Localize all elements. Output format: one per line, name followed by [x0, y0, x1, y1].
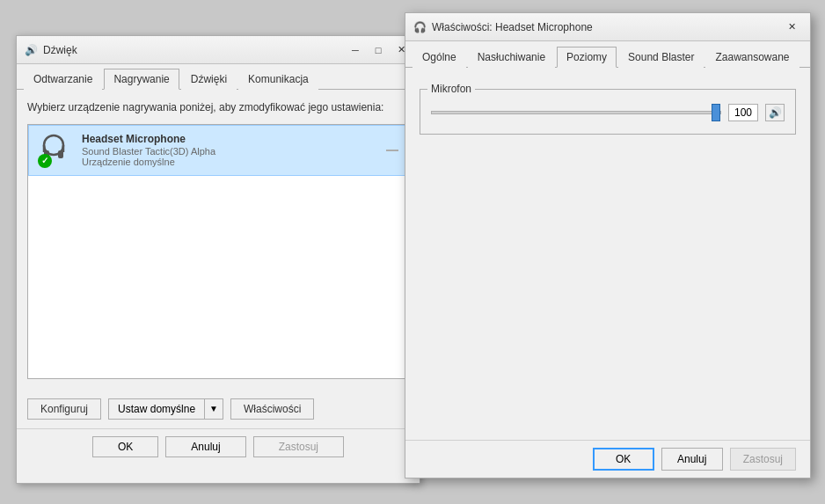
- properties-ok-cancel-row: OK Anuluj Zastosuj: [405, 440, 810, 478]
- sound-ok-button[interactable]: OK: [92, 436, 158, 457]
- properties-ok-button[interactable]: OK: [593, 448, 654, 471]
- device-status: Urządzenie domyślne: [82, 157, 377, 167]
- sound-maximize-button[interactable]: □: [367, 41, 390, 59]
- tab-ogolne[interactable]: Ogólne: [412, 47, 466, 68]
- sound-ok-cancel-row: OK Anuluj Zastosuj: [17, 428, 420, 464]
- mikrofon-label: Mikrofon: [427, 83, 475, 95]
- tab-odtwarzanie[interactable]: Odtwarzanie: [24, 69, 102, 90]
- set-default-button[interactable]: Ustaw domyślne: [108, 398, 204, 420]
- device-name: Headset Microphone: [82, 133, 377, 145]
- speaker-icon: 🔊: [769, 106, 782, 119]
- tab-nagrywanie[interactable]: Nagrywanie: [104, 69, 179, 90]
- properties-window-icon: 🎧: [412, 20, 427, 34]
- tab-nasluchiwanie[interactable]: Nasłuchiwanie: [468, 47, 555, 68]
- properties-window: 🎧 Właściwości: Headset Microphone ✕ Ogól…: [405, 12, 811, 478]
- properties-titlebar: 🎧 Właściwości: Headset Microphone ✕: [405, 13, 810, 41]
- properties-apply-button: Zastosuj: [730, 448, 796, 471]
- sound-window-icon: 🔊: [24, 43, 38, 57]
- properties-cancel-button[interactable]: Anuluj: [661, 448, 723, 471]
- device-list: ✓ Headset Microphone Sound Blaster Tacti…: [27, 124, 409, 379]
- sound-cancel-button[interactable]: Anuluj: [165, 436, 245, 457]
- device-icon-container: ✓: [38, 133, 73, 168]
- device-info: Headset Microphone Sound Blaster Tactic(…: [82, 133, 377, 167]
- sound-window-controls: ─ □ ✕: [344, 41, 412, 59]
- device-subtitle: Sound Blaster Tactic(3D) Alpha: [82, 146, 377, 157]
- sound-window: 🔊 Dźwięk ─ □ ✕ Odtwarzanie Nagrywanie Dź…: [16, 35, 420, 484]
- properties-button[interactable]: Właściwości: [230, 398, 314, 420]
- speaker-mute-button[interactable]: 🔊: [765, 104, 785, 121]
- sound-content: Wybierz urządzenie nagrywania poniżej, a…: [17, 90, 420, 390]
- properties-window-controls: ✕: [780, 18, 803, 36]
- tab-komunikacja[interactable]: Komunikacja: [238, 69, 318, 90]
- properties-tabs-bar: Ogólne Nasłuchiwanie Poziomy Sound Blast…: [405, 41, 810, 68]
- properties-window-title: Właściwości: Headset Microphone: [432, 21, 593, 33]
- sound-button-row: Konfiguruj Ustaw domyślne ▼ Właściwości: [17, 390, 420, 428]
- device-item-headset[interactable]: ✓ Headset Microphone Sound Blaster Tacti…: [28, 125, 408, 176]
- sound-minimize-button[interactable]: ─: [344, 41, 367, 59]
- tab-poziomy[interactable]: Poziomy: [557, 47, 617, 68]
- volume-slider-track[interactable]: [431, 111, 721, 114]
- set-default-arrow-button[interactable]: ▼: [204, 398, 223, 420]
- scroll-indicator: [386, 150, 398, 151]
- instruction-text: Wybierz urządzenie nagrywania poniżej, a…: [27, 100, 409, 115]
- sound-window-title: Dźwięk: [43, 44, 77, 56]
- configure-button[interactable]: Konfiguruj: [27, 398, 101, 420]
- poziomy-content: Mikrofon 100 🔊: [405, 68, 810, 149]
- set-default-split-button: Ustaw domyślne ▼: [108, 398, 223, 420]
- slider-fill: [432, 112, 720, 113]
- device-status-icon: ✓: [38, 154, 52, 168]
- sound-tabs-bar: Odtwarzanie Nagrywanie Dźwięki Komunikac…: [17, 64, 420, 90]
- tab-sound-blaster[interactable]: Sound Blaster: [618, 47, 704, 68]
- mikrofon-group: Mikrofon 100 🔊: [420, 89, 796, 135]
- slider-thumb[interactable]: [712, 104, 720, 121]
- sound-titlebar: 🔊 Dźwięk ─ □ ✕: [17, 36, 420, 64]
- tab-dzwieki[interactable]: Dźwięki: [181, 69, 237, 90]
- tab-zaawansowane[interactable]: Zaawansowane: [705, 47, 799, 68]
- volume-value: 100: [728, 104, 758, 121]
- slider-row: 100 🔊: [431, 104, 785, 121]
- properties-close-button[interactable]: ✕: [780, 18, 803, 36]
- sound-apply-button[interactable]: Zastosuj: [253, 436, 344, 457]
